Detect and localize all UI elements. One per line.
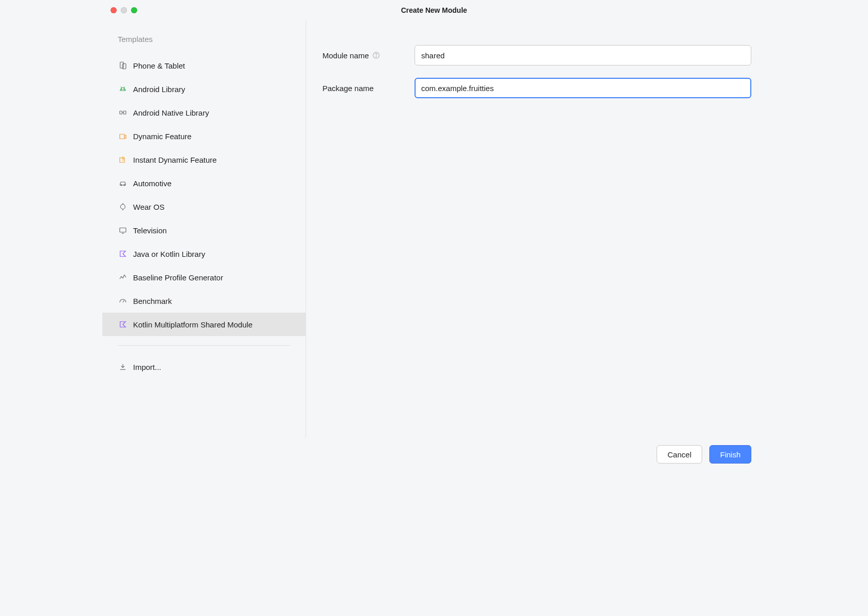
import-icon — [118, 362, 128, 372]
titlebar: Create New Module — [102, 0, 766, 20]
module-name-row: Module name — [322, 45, 751, 65]
android-library-icon — [118, 84, 128, 94]
svg-rect-12 — [120, 228, 126, 232]
dynamic-feature-icon — [118, 131, 128, 141]
template-instant-dynamic-feature[interactable]: Instant Dynamic Feature — [102, 148, 306, 171]
svg-line-14 — [123, 300, 124, 302]
window-title: Create New Module — [102, 6, 766, 14]
svg-point-11 — [121, 205, 125, 209]
finish-label: Finish — [720, 450, 741, 459]
module-name-input[interactable] — [415, 45, 751, 65]
package-name-input[interactable] — [415, 78, 751, 98]
template-benchmark[interactable]: Benchmark — [102, 289, 306, 313]
svg-rect-0 — [120, 62, 124, 68]
package-name-label-wrap: Package name — [322, 84, 408, 93]
cancel-button[interactable]: Cancel — [657, 445, 702, 464]
automotive-icon — [118, 178, 128, 188]
template-android-native-library[interactable]: Android Native Library — [102, 101, 306, 124]
template-television[interactable]: Television — [102, 218, 306, 242]
template-label: Java or Kotlin Library — [133, 250, 205, 258]
package-name-label: Package name — [322, 84, 374, 93]
content-area: Templates Phone & Tablet — [102, 20, 766, 438]
template-kmp-shared-module[interactable]: Kotlin Multiplatform Shared Module — [102, 313, 306, 336]
module-name-label-wrap: Module name — [322, 51, 408, 60]
template-label: Baseline Profile Generator — [133, 273, 223, 282]
window-controls — [102, 7, 137, 13]
template-label: Android Native Library — [133, 108, 209, 117]
cancel-label: Cancel — [667, 450, 691, 459]
template-label: Phone & Tablet — [133, 61, 185, 70]
import-label: Import... — [133, 363, 161, 371]
template-dynamic-feature[interactable]: Dynamic Feature — [102, 124, 306, 148]
kmp-module-icon — [118, 319, 128, 329]
template-label: Wear OS — [133, 203, 164, 211]
package-name-row: Package name — [322, 78, 751, 98]
benchmark-icon — [118, 296, 128, 306]
sidebar: Templates Phone & Tablet — [102, 20, 306, 438]
template-label: Television — [133, 226, 167, 235]
template-automotive[interactable]: Automotive — [102, 171, 306, 195]
template-wear-os[interactable]: Wear OS — [102, 195, 306, 218]
template-label: Automotive — [133, 179, 171, 188]
template-java-kotlin-library[interactable]: Java or Kotlin Library — [102, 242, 306, 266]
template-label: Benchmark — [133, 297, 172, 305]
instant-dynamic-feature-icon — [118, 155, 128, 165]
television-icon — [118, 225, 128, 235]
template-label: Kotlin Multiplatform Shared Module — [133, 320, 252, 329]
svg-line-5 — [124, 87, 125, 88]
template-import[interactable]: Import... — [102, 355, 306, 379]
templates-heading: Templates — [102, 35, 306, 54]
dialog-window: Create New Module Templates Phone & Tabl… — [102, 0, 766, 471]
template-android-library[interactable]: Android Library — [102, 77, 306, 101]
template-baseline-profile[interactable]: Baseline Profile Generator — [102, 266, 306, 289]
kotlin-library-icon — [118, 249, 128, 259]
svg-point-2 — [121, 89, 122, 90]
wear-os-icon — [118, 202, 128, 212]
main-panel: Module name Package name — [306, 20, 766, 438]
minimize-window-button[interactable] — [121, 7, 127, 13]
native-library-icon — [118, 107, 128, 118]
phone-tablet-icon — [118, 60, 128, 71]
svg-point-3 — [124, 89, 124, 90]
template-label: Dynamic Feature — [133, 132, 191, 141]
separator — [118, 345, 290, 346]
module-name-label: Module name — [322, 51, 369, 60]
svg-rect-7 — [124, 111, 126, 114]
footer: Cancel Finish — [102, 438, 766, 471]
svg-rect-6 — [120, 111, 122, 114]
close-window-button[interactable] — [111, 7, 117, 13]
baseline-profile-icon — [118, 272, 128, 282]
finish-button[interactable]: Finish — [709, 445, 751, 464]
maximize-window-button[interactable] — [131, 7, 137, 13]
template-label: Android Library — [133, 85, 185, 94]
help-icon[interactable] — [372, 51, 380, 59]
template-phone-tablet[interactable]: Phone & Tablet — [102, 54, 306, 77]
template-list: Phone & Tablet Android Library — [102, 54, 306, 379]
template-label: Instant Dynamic Feature — [133, 156, 216, 164]
svg-line-4 — [121, 87, 122, 88]
svg-point-16 — [376, 56, 376, 57]
